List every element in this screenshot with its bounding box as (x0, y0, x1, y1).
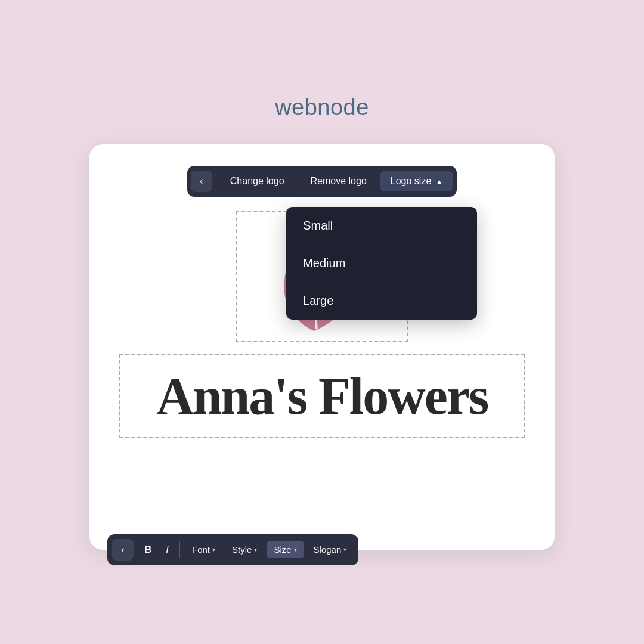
app-title: webnode (275, 95, 369, 120)
toolbar-divider (179, 541, 180, 558)
slogan-caret-icon: ▾ (343, 546, 346, 553)
font-caret-icon: ▾ (212, 546, 215, 553)
editor-card: ‹ Change logo Remove logo Logo size ▲ Sm… (89, 144, 555, 550)
logo-size-caret-icon: ▲ (436, 178, 442, 185)
size-label: Size (274, 544, 291, 555)
dropdown-item-large[interactable]: Large (286, 282, 477, 320)
slogan-button[interactable]: Slogan ▾ (306, 541, 354, 558)
logo-size-label: Logo size (391, 176, 432, 187)
brand-name-text: Anna's Flowers (156, 366, 488, 426)
size-caret-icon: ▾ (294, 546, 297, 553)
dropdown-item-small[interactable]: Small (286, 207, 477, 244)
dropdown-item-medium[interactable]: Medium (286, 244, 477, 282)
bottom-back-button[interactable]: ‹ (112, 539, 134, 561)
change-logo-button[interactable]: Change logo (217, 171, 298, 191)
font-label: Font (192, 544, 210, 555)
logo-size-button[interactable]: Logo size ▲ Small Medium Large (380, 171, 453, 191)
style-label: Style (232, 544, 252, 555)
top-back-button[interactable]: ‹ (191, 171, 212, 192)
bottom-toolbar: ‹ B I Font ▾ Style ▾ Size ▾ Slogan ▾ (107, 534, 358, 565)
italic-button[interactable]: I (160, 540, 175, 559)
brand-name-area[interactable]: Anna's Flowers (119, 354, 525, 438)
slogan-label: Slogan (314, 544, 342, 555)
logo-size-dropdown: Small Medium Large (286, 207, 477, 320)
size-button[interactable]: Size ▾ (267, 541, 304, 558)
dropdown-arrow (431, 207, 447, 208)
bold-button[interactable]: B (138, 540, 157, 559)
remove-logo-button[interactable]: Remove logo (298, 171, 380, 191)
style-button[interactable]: Style ▾ (225, 541, 264, 558)
style-caret-icon: ▾ (254, 546, 257, 553)
top-toolbar: ‹ Change logo Remove logo Logo size ▲ Sm… (187, 166, 457, 197)
font-button[interactable]: Font ▾ (185, 541, 222, 558)
